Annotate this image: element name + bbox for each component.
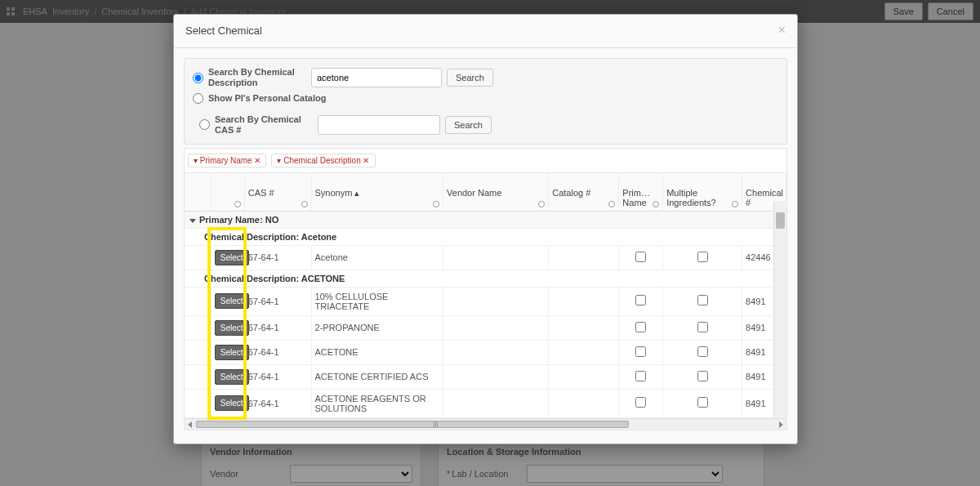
cell-catalog <box>549 340 619 364</box>
select-row-button[interactable]: Select <box>215 369 249 385</box>
cell-synonym: 10% CELLULOSE TRIACETATE <box>311 287 443 315</box>
search-panel: Search By Chemical Description Search Sh… <box>184 58 787 145</box>
radio-search-cas[interactable] <box>199 119 210 130</box>
radio-show-catalog[interactable] <box>193 93 203 104</box>
col-vendor-header[interactable]: Vendor Name <box>443 173 549 212</box>
horizontal-scrollbar[interactable] <box>185 418 786 430</box>
col-select-header <box>211 173 244 212</box>
table-row: Select67-64-1ACETONE REAGENTS OR SOLUTIO… <box>185 389 786 417</box>
search-description-input[interactable] <box>311 68 442 87</box>
scroll-left-icon[interactable] <box>188 421 192 428</box>
col-multi-header[interactable]: Multiple Ingredients? <box>663 173 742 212</box>
cell-synonym: ACETONE <box>311 340 443 364</box>
prim-checkbox[interactable] <box>635 295 646 305</box>
group-row[interactable]: Primary Name: NO <box>185 211 786 228</box>
cell-catalog <box>549 245 619 270</box>
table-row: Select67-64-1ACETONE CERTIFIED ACS8491 <box>185 364 786 389</box>
prim-checkbox[interactable] <box>635 322 646 332</box>
filter-chip-chemical-description[interactable]: ▾ Chemical Description ✕ <box>271 154 375 167</box>
close-icon[interactable]: × <box>778 23 786 38</box>
cell-catalog <box>549 315 619 340</box>
filter-icon[interactable] <box>732 201 738 207</box>
cell-synonym: Acetone <box>311 245 443 270</box>
filter-icon[interactable] <box>433 201 439 207</box>
table-row: Select67-64-12-PROPANONE8491 <box>185 315 786 340</box>
cell-vendor <box>443 315 549 340</box>
multi-checkbox[interactable] <box>697 322 708 332</box>
cell-catalog <box>549 287 619 315</box>
cell-cas: 67-64-1 <box>244 364 311 389</box>
modal-title: Select Chemical <box>185 25 262 37</box>
cell-cas: 67-64-1 <box>244 245 311 270</box>
select-chemical-modal: Select Chemical × Search By Chemical Des… <box>173 14 798 444</box>
cell-vendor <box>443 287 549 315</box>
multi-checkbox[interactable] <box>697 371 708 381</box>
cell-vendor <box>443 364 549 389</box>
radio-show-catalog-label: Show PI's Personal Catalog <box>208 93 326 104</box>
grid-header-row: CAS # Synonym ▴ Vendor Name Catalog # Pr… <box>185 173 786 212</box>
col-catalog-header[interactable]: Catalog # <box>549 173 619 212</box>
col-synonym-header[interactable]: Synonym ▴ <box>311 173 443 212</box>
table-row: Select67-64-110% CELLULOSE TRIACETATE849… <box>185 287 786 315</box>
cell-synonym: ACETONE CERTIFIED ACS <box>311 364 443 389</box>
filter-icon[interactable] <box>538 201 545 207</box>
prim-checkbox[interactable] <box>635 346 646 357</box>
col-expand <box>185 173 211 212</box>
prim-checkbox[interactable] <box>635 252 646 262</box>
table-row: Select67-64-1Acetone42446 <box>185 245 786 270</box>
cell-catalog <box>549 364 619 389</box>
search-cas-input[interactable] <box>318 115 440 135</box>
search-cas-button[interactable]: Search <box>445 116 492 134</box>
select-row-button[interactable]: Select <box>215 293 249 309</box>
multi-checkbox[interactable] <box>697 397 708 408</box>
col-cas-header[interactable]: CAS # <box>244 173 311 212</box>
cell-vendor <box>443 340 549 364</box>
radio-search-description[interactable] <box>193 73 203 83</box>
multi-checkbox[interactable] <box>697 295 708 305</box>
select-row-button[interactable]: Select <box>215 250 249 265</box>
cell-synonym: ACETONE REAGENTS OR SOLUTIONS <box>311 389 443 417</box>
radio-search-description-label: Search By Chemical Description <box>208 67 306 88</box>
cell-cas: 67-64-1 <box>244 340 311 364</box>
filter-icon[interactable] <box>301 201 308 207</box>
cell-vendor <box>443 245 549 270</box>
chemical-grid: CAS # Synonym ▴ Vendor Name Catalog # Pr… <box>184 172 787 430</box>
scroll-right-icon[interactable] <box>779 421 783 428</box>
multi-checkbox[interactable] <box>697 252 708 262</box>
filter-icon[interactable] <box>608 201 615 207</box>
filter-chip-primary-name[interactable]: ▾ Primary Name ✕ <box>188 154 266 167</box>
multi-checkbox[interactable] <box>697 346 708 357</box>
sub-group-row[interactable]: Chemical Description: ACETONE <box>185 270 786 287</box>
prim-checkbox[interactable] <box>635 371 646 381</box>
cell-vendor <box>443 389 549 417</box>
search-description-button[interactable]: Search <box>447 69 493 87</box>
table-row: Select67-64-1ACETONE8491 <box>185 340 786 364</box>
prim-checkbox[interactable] <box>635 397 646 408</box>
col-prim-header[interactable]: Prim… Name <box>619 173 663 212</box>
filter-icon[interactable] <box>234 201 241 207</box>
sub-group-row[interactable]: Chemical Description: Acetone <box>185 228 786 245</box>
cell-cas: 67-64-1 <box>244 315 311 340</box>
cell-synonym: 2-PROPANONE <box>311 315 443 340</box>
select-row-button[interactable]: Select <box>215 345 249 360</box>
radio-search-cas-label: Search By Chemical CAS # <box>215 114 313 136</box>
select-row-button[interactable]: Select <box>215 320 249 336</box>
cell-cas: 67-64-1 <box>244 287 311 315</box>
select-row-button[interactable]: Select <box>215 395 249 411</box>
vertical-scrollbar[interactable] <box>773 201 786 418</box>
active-filters: ▾ Primary Name ✕ ▾ Chemical Description … <box>184 148 787 172</box>
cell-catalog <box>549 389 619 417</box>
cell-cas: 67-64-1 <box>244 389 311 417</box>
